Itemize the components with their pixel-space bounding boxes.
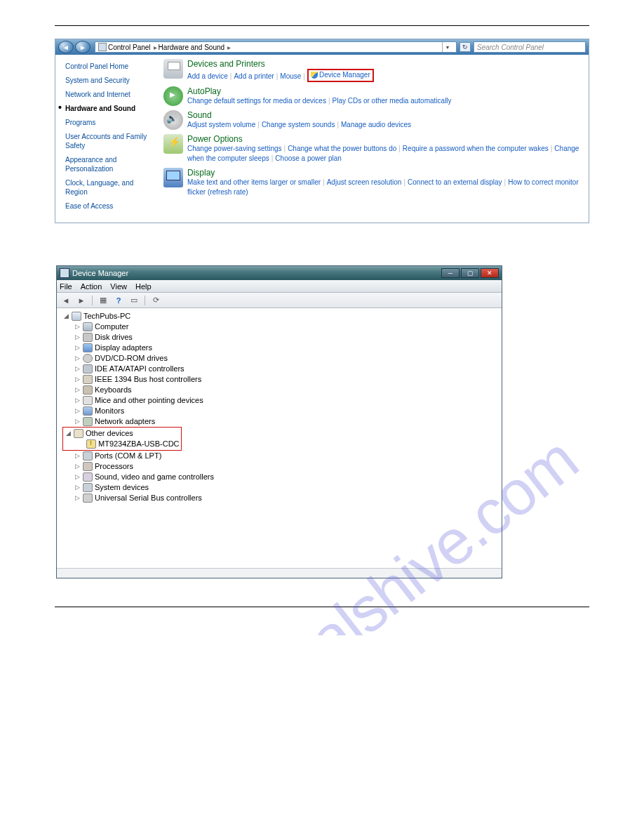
menu-item[interactable]: File — [60, 282, 72, 291]
category-title[interactable]: Devices and Printers — [187, 59, 582, 69]
category-link[interactable]: Change what the power buttons do — [288, 145, 396, 152]
tree-node-icon — [72, 312, 81, 321]
category-link[interactable]: Choose a power plan — [275, 154, 342, 162]
category-link[interactable]: Change system sounds — [262, 121, 335, 128]
category-link[interactable]: Change default settings for media or dev… — [187, 97, 326, 105]
link-divider: | — [504, 178, 507, 186]
sidebar-item[interactable]: Hardware and Sound — [65, 104, 156, 113]
shield-icon — [311, 72, 318, 79]
tree-node[interactable]: ▷IEEE 1394 Bus host controllers — [62, 374, 502, 385]
tree-node-icon — [83, 472, 93, 482]
expand-icon[interactable]: ▷ — [74, 472, 81, 482]
tree-node-label: TechPubs-PC — [83, 311, 130, 322]
tree-node[interactable]: ▷Disk drives — [62, 332, 502, 343]
expand-icon[interactable]: ▷ — [74, 461, 81, 472]
toolbar-help-icon[interactable]: ? — [112, 295, 125, 306]
menu-item[interactable]: Help — [135, 282, 152, 291]
tree-node[interactable]: ▷Universal Serial Bus controllers — [62, 493, 502, 503]
link-divider: | — [257, 121, 260, 128]
category-link[interactable]: Make text and other items larger or smal… — [187, 178, 321, 186]
sidebar-item[interactable]: User Accounts and Family Safety — [65, 132, 156, 150]
category-link[interactable]: Mouse — [280, 72, 301, 80]
menu-item[interactable]: Action — [81, 282, 102, 291]
category-links: Make text and other items larger or smal… — [187, 178, 582, 197]
tree-node[interactable]: ▷Network adapters — [62, 416, 502, 427]
expand-icon[interactable]: ▷ — [74, 482, 81, 493]
sidebar-item[interactable]: Programs — [65, 118, 156, 127]
tree-node[interactable]: ▷Display adapters — [62, 343, 502, 353]
menu-item[interactable]: View — [110, 282, 127, 291]
category-title[interactable]: Display — [187, 168, 582, 178]
expand-icon[interactable]: ▷ — [74, 353, 81, 364]
sidebar-item[interactable]: Network and Internet — [65, 90, 156, 99]
tree-node-label: MT9234ZBA-USB-CDC — [98, 439, 180, 449]
toolbar-scan-icon[interactable]: ⟳ — [149, 295, 162, 306]
tree-node[interactable]: ▷DVD/CD-ROM drives — [62, 353, 502, 364]
sidebar-item[interactable]: Ease of Access — [65, 201, 156, 211]
expand-icon[interactable]: ▷ — [74, 406, 81, 416]
tree-node-icon — [83, 385, 93, 395]
expand-icon[interactable]: ▷ — [74, 332, 81, 343]
expand-icon[interactable]: ▷ — [74, 343, 81, 353]
category-link[interactable]: Adjust screen resolution — [327, 178, 402, 186]
tree-node-other-devices[interactable]: ◢Other devices — [65, 428, 180, 439]
category-link[interactable]: Require a password when the computer wak… — [403, 145, 549, 152]
breadcrumb-current[interactable]: Hardware and Sound — [159, 44, 225, 51]
tree-node-label: Processors — [95, 461, 133, 472]
category-link[interactable]: Change power-saving settings — [187, 145, 282, 152]
category-title[interactable]: AutoPlay — [187, 86, 582, 96]
tree-node[interactable]: ▷Mice and other pointing devices — [62, 395, 502, 406]
category-title[interactable]: Sound — [187, 110, 582, 120]
nav-forward-icon[interactable]: ► — [75, 295, 88, 306]
expand-icon[interactable]: ▷ — [74, 395, 81, 406]
expand-icon[interactable]: ◢ — [62, 311, 69, 322]
device-manager-link[interactable]: Device Manager — [319, 70, 370, 80]
expand-icon[interactable]: ◢ — [65, 428, 72, 439]
category-title[interactable]: Power Options — [187, 134, 582, 144]
search-input[interactable]: Search Control Panel — [474, 41, 586, 53]
expand-icon[interactable]: ▷ — [74, 451, 81, 461]
toolbar-properties-icon[interactable]: ▭ — [128, 295, 140, 306]
sidebar-item[interactable]: Control Panel Home — [65, 62, 156, 71]
refresh-button[interactable]: ↻ — [459, 42, 471, 52]
tree-node[interactable]: ▷IDE ATA/ATAPI controllers — [62, 364, 502, 374]
category-icon — [163, 59, 183, 79]
maximize-button[interactable]: ▢ — [461, 268, 479, 278]
expand-icon[interactable]: ▷ — [74, 385, 81, 395]
tree-node[interactable]: ▷Ports (COM & LPT) — [62, 451, 502, 461]
category-link[interactable]: Connect to an external display — [408, 178, 502, 186]
back-button[interactable]: ◄ — [58, 41, 74, 53]
sidebar-item[interactable]: System and Security — [65, 76, 156, 85]
breadcrumb[interactable]: Control Panel ▸ Hardware and Sound ▸ ▾ — [95, 41, 457, 53]
sidebar-item[interactable]: Appearance and Personalization — [65, 155, 156, 173]
category-link[interactable]: Adjust system volume — [187, 121, 255, 128]
breadcrumb-dropdown-icon[interactable]: ▾ — [442, 42, 452, 52]
nav-back-icon[interactable]: ◄ — [60, 295, 72, 306]
tree-node[interactable]: ▷Processors — [62, 461, 502, 472]
category-link[interactable]: Add a device — [187, 72, 228, 80]
expand-icon[interactable]: ▷ — [74, 493, 81, 503]
expand-icon[interactable]: ▷ — [74, 374, 81, 385]
highlighted-link-box: Device Manager — [307, 69, 374, 82]
forward-button[interactable]: ► — [75, 41, 90, 53]
tree-node[interactable]: ▷Sound, video and game controllers — [62, 472, 502, 482]
close-button[interactable]: ✕ — [481, 268, 499, 278]
sidebar-item[interactable]: Clock, Language, and Region — [65, 178, 156, 197]
link-divider: | — [323, 178, 325, 186]
tree-node[interactable]: ▷Keyboards — [62, 385, 502, 395]
tree-node[interactable]: ▷System devices — [62, 482, 502, 493]
category-link[interactable]: Manage audio devices — [341, 121, 411, 128]
tree-node-icon — [83, 375, 93, 384]
tree-root[interactable]: ◢TechPubs-PC — [62, 311, 502, 322]
category-link[interactable]: Add a printer — [234, 72, 274, 80]
minimize-button[interactable]: ─ — [441, 268, 459, 278]
expand-icon[interactable]: ▷ — [74, 364, 81, 374]
tree-node[interactable]: ▷Computer — [62, 322, 502, 332]
expand-icon[interactable]: ▷ — [74, 416, 81, 427]
tree-node[interactable]: ▷Monitors — [62, 406, 502, 416]
expand-icon[interactable]: ▷ — [74, 322, 81, 332]
category-link[interactable]: Play CDs or other media automatically — [333, 97, 452, 105]
toolbar-detail-icon[interactable]: ▦ — [97, 295, 109, 306]
tree-node-unknown-device[interactable]: MT9234ZBA-USB-CDC — [65, 439, 180, 449]
breadcrumb-root[interactable]: Control Panel — [108, 44, 151, 51]
